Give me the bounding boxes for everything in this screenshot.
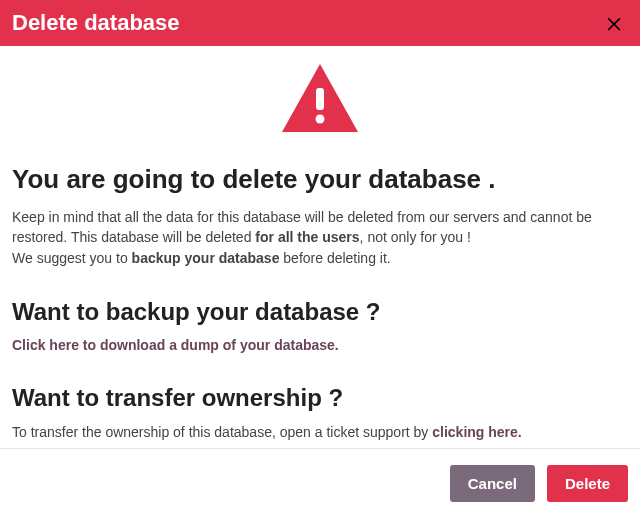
transfer-heading: Want to transfer ownership ? [12,384,628,412]
svg-point-1 [316,115,325,124]
delete-button[interactable]: Delete [547,465,628,502]
cancel-button[interactable]: Cancel [450,465,535,502]
transfer-ticket-link[interactable]: clicking here. [432,424,521,440]
backup-download-link[interactable]: Click here to download a dump of your da… [12,337,339,353]
warning-p2-before: We suggest you to [12,250,132,266]
dialog-header: Delete database [0,0,640,46]
warning-p1-bold: for all the users [255,229,359,245]
dialog-title: Delete database [12,10,180,36]
svg-rect-0 [316,88,324,110]
warning-p2-after: before deleting it. [279,250,390,266]
delete-database-dialog: Delete database You are going to delete … [0,0,640,518]
warning-p2-bold: backup your database [132,250,280,266]
backup-heading: Want to backup your database ? [12,298,628,326]
warning-p1-after: , not only for you ! [360,229,471,245]
close-icon [604,13,624,33]
warning-paragraph-2: We suggest you to backup your database b… [12,248,628,268]
warning-heading: You are going to delete your database . [12,164,628,195]
transfer-paragraph: To transfer the ownership of this databa… [12,422,628,442]
close-button[interactable] [600,13,628,33]
warning-icon [282,118,358,135]
dialog-body: You are going to delete your database . … [0,46,640,448]
transfer-text-before: To transfer the ownership of this databa… [12,424,432,440]
warning-icon-wrap [12,64,628,136]
dialog-footer: Cancel Delete [0,448,640,518]
warning-paragraph-1: Keep in mind that all the data for this … [12,207,628,248]
